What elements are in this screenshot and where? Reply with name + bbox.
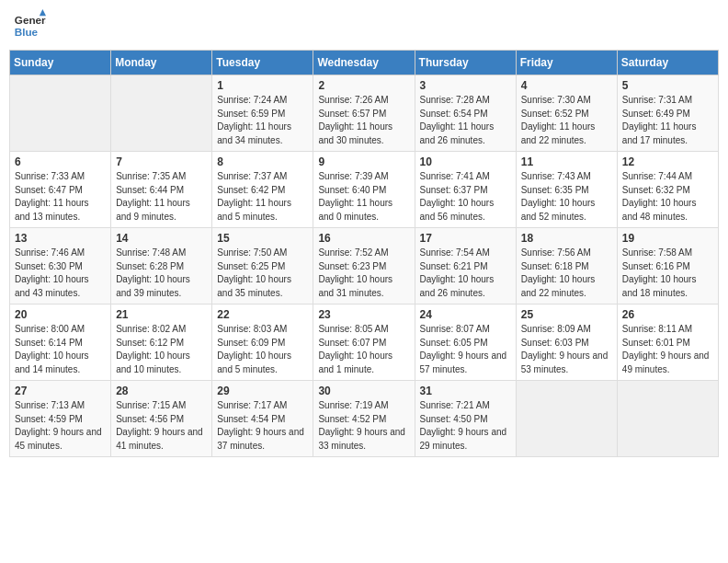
day-info: Sunrise: 7:50 AM Sunset: 6:25 PM Dayligh… bbox=[217, 247, 308, 300]
day-number: 12 bbox=[622, 155, 713, 168]
day-number: 23 bbox=[318, 308, 409, 321]
svg-text:Blue: Blue bbox=[15, 26, 39, 38]
day-info: Sunrise: 7:24 AM Sunset: 6:59 PM Dayligh… bbox=[217, 94, 308, 147]
calendar-cell: 11Sunrise: 7:43 AM Sunset: 6:35 PM Dayli… bbox=[516, 152, 617, 228]
calendar-cell: 12Sunrise: 7:44 AM Sunset: 6:32 PM Dayli… bbox=[617, 152, 718, 228]
day-info: Sunrise: 7:43 AM Sunset: 6:35 PM Dayligh… bbox=[521, 170, 612, 224]
day-info: Sunrise: 8:00 AM Sunset: 6:14 PM Dayligh… bbox=[15, 323, 106, 376]
calendar-cell: 31Sunrise: 7:21 AM Sunset: 4:50 PM Dayli… bbox=[415, 381, 516, 457]
day-number: 7 bbox=[116, 155, 207, 168]
calendar-cell: 19Sunrise: 7:58 AM Sunset: 6:16 PM Dayli… bbox=[617, 228, 718, 304]
day-number: 25 bbox=[521, 308, 612, 321]
day-number: 21 bbox=[116, 308, 207, 321]
day-number: 28 bbox=[116, 385, 207, 397]
day-number: 16 bbox=[318, 232, 409, 245]
page-header: General Blue bbox=[9, 9, 719, 42]
day-info: Sunrise: 7:56 AM Sunset: 6:18 PM Dayligh… bbox=[521, 247, 612, 300]
day-info: Sunrise: 7:21 AM Sunset: 4:50 PM Dayligh… bbox=[420, 399, 511, 453]
day-info: Sunrise: 7:28 AM Sunset: 6:54 PM Dayligh… bbox=[420, 94, 511, 147]
day-info: Sunrise: 8:03 AM Sunset: 6:09 PM Dayligh… bbox=[217, 323, 308, 376]
day-header-thursday: Thursday bbox=[415, 51, 516, 75]
day-number: 17 bbox=[420, 232, 511, 245]
calendar-cell: 18Sunrise: 7:56 AM Sunset: 6:18 PM Dayli… bbox=[516, 228, 617, 304]
calendar-cell: 1Sunrise: 7:24 AM Sunset: 6:59 PM Daylig… bbox=[212, 75, 313, 152]
day-header-sunday: Sunday bbox=[10, 51, 111, 75]
calendar-cell bbox=[516, 381, 617, 457]
calendar-cell: 27Sunrise: 7:13 AM Sunset: 4:59 PM Dayli… bbox=[10, 381, 111, 457]
day-info: Sunrise: 7:44 AM Sunset: 6:32 PM Dayligh… bbox=[622, 170, 713, 224]
svg-marker-2 bbox=[40, 9, 46, 16]
day-number: 3 bbox=[420, 79, 511, 92]
calendar-cell: 28Sunrise: 7:15 AM Sunset: 4:56 PM Dayli… bbox=[111, 381, 212, 457]
calendar-cell: 2Sunrise: 7:26 AM Sunset: 6:57 PM Daylig… bbox=[313, 75, 415, 152]
day-info: Sunrise: 7:31 AM Sunset: 6:49 PM Dayligh… bbox=[622, 94, 713, 147]
day-info: Sunrise: 7:54 AM Sunset: 6:21 PM Dayligh… bbox=[420, 247, 511, 300]
calendar-cell: 30Sunrise: 7:19 AM Sunset: 4:52 PM Dayli… bbox=[313, 381, 415, 457]
day-info: Sunrise: 7:46 AM Sunset: 6:30 PM Dayligh… bbox=[15, 247, 106, 300]
calendar-cell: 14Sunrise: 7:48 AM Sunset: 6:28 PM Dayli… bbox=[111, 228, 212, 304]
calendar-cell: 10Sunrise: 7:41 AM Sunset: 6:37 PM Dayli… bbox=[415, 152, 516, 228]
day-header-saturday: Saturday bbox=[617, 51, 718, 75]
calendar-cell bbox=[617, 381, 718, 457]
day-info: Sunrise: 7:37 AM Sunset: 6:42 PM Dayligh… bbox=[217, 170, 308, 224]
day-number: 9 bbox=[318, 155, 409, 168]
day-number: 13 bbox=[15, 232, 106, 245]
day-number: 27 bbox=[15, 385, 106, 397]
day-number: 18 bbox=[521, 232, 612, 245]
calendar-cell: 9Sunrise: 7:39 AM Sunset: 6:40 PM Daylig… bbox=[313, 152, 415, 228]
day-info: Sunrise: 8:11 AM Sunset: 6:01 PM Dayligh… bbox=[622, 323, 713, 376]
logo: General Blue bbox=[13, 9, 46, 42]
calendar-cell: 15Sunrise: 7:50 AM Sunset: 6:25 PM Dayli… bbox=[212, 228, 313, 304]
day-number: 20 bbox=[15, 308, 106, 321]
calendar-cell: 20Sunrise: 8:00 AM Sunset: 6:14 PM Dayli… bbox=[10, 304, 111, 381]
calendar-cell: 13Sunrise: 7:46 AM Sunset: 6:30 PM Dayli… bbox=[10, 228, 111, 304]
calendar-cell: 17Sunrise: 7:54 AM Sunset: 6:21 PM Dayli… bbox=[415, 228, 516, 304]
day-number: 19 bbox=[622, 232, 713, 245]
day-header-tuesday: Tuesday bbox=[212, 51, 313, 75]
calendar-cell bbox=[111, 75, 212, 152]
day-number: 30 bbox=[318, 385, 409, 397]
day-number: 8 bbox=[217, 155, 308, 168]
logo-icon: General Blue bbox=[13, 9, 46, 42]
calendar-cell bbox=[10, 75, 111, 152]
day-header-friday: Friday bbox=[516, 51, 617, 75]
calendar-cell: 22Sunrise: 8:03 AM Sunset: 6:09 PM Dayli… bbox=[212, 304, 313, 381]
day-info: Sunrise: 7:17 AM Sunset: 4:54 PM Dayligh… bbox=[217, 399, 308, 453]
day-number: 26 bbox=[622, 308, 713, 321]
day-number: 24 bbox=[420, 308, 511, 321]
day-number: 15 bbox=[217, 232, 308, 245]
day-info: Sunrise: 8:07 AM Sunset: 6:05 PM Dayligh… bbox=[420, 323, 511, 376]
calendar-cell: 26Sunrise: 8:11 AM Sunset: 6:01 PM Dayli… bbox=[617, 304, 718, 381]
calendar-cell: 24Sunrise: 8:07 AM Sunset: 6:05 PM Dayli… bbox=[415, 304, 516, 381]
day-info: Sunrise: 7:58 AM Sunset: 6:16 PM Dayligh… bbox=[622, 247, 713, 300]
calendar-cell: 8Sunrise: 7:37 AM Sunset: 6:42 PM Daylig… bbox=[212, 152, 313, 228]
calendar-cell: 7Sunrise: 7:35 AM Sunset: 6:44 PM Daylig… bbox=[111, 152, 212, 228]
calendar-cell: 25Sunrise: 8:09 AM Sunset: 6:03 PM Dayli… bbox=[516, 304, 617, 381]
calendar-cell: 4Sunrise: 7:30 AM Sunset: 6:52 PM Daylig… bbox=[516, 75, 617, 152]
day-info: Sunrise: 8:09 AM Sunset: 6:03 PM Dayligh… bbox=[521, 323, 612, 376]
day-number: 10 bbox=[420, 155, 511, 168]
day-info: Sunrise: 7:41 AM Sunset: 6:37 PM Dayligh… bbox=[420, 170, 511, 224]
calendar-cell: 21Sunrise: 8:02 AM Sunset: 6:12 PM Dayli… bbox=[111, 304, 212, 381]
day-info: Sunrise: 7:33 AM Sunset: 6:47 PM Dayligh… bbox=[15, 170, 106, 224]
day-info: Sunrise: 7:26 AM Sunset: 6:57 PM Dayligh… bbox=[318, 94, 409, 147]
day-info: Sunrise: 8:05 AM Sunset: 6:07 PM Dayligh… bbox=[318, 323, 409, 376]
day-number: 14 bbox=[116, 232, 207, 245]
calendar-cell: 16Sunrise: 7:52 AM Sunset: 6:23 PM Dayli… bbox=[313, 228, 415, 304]
calendar-table: SundayMondayTuesdayWednesdayThursdayFrid… bbox=[9, 50, 719, 457]
day-number: 31 bbox=[420, 385, 511, 397]
day-info: Sunrise: 7:13 AM Sunset: 4:59 PM Dayligh… bbox=[15, 399, 106, 453]
calendar-cell: 29Sunrise: 7:17 AM Sunset: 4:54 PM Dayli… bbox=[212, 381, 313, 457]
day-header-monday: Monday bbox=[111, 51, 212, 75]
day-info: Sunrise: 7:35 AM Sunset: 6:44 PM Dayligh… bbox=[116, 170, 207, 224]
day-info: Sunrise: 7:19 AM Sunset: 4:52 PM Dayligh… bbox=[318, 399, 409, 453]
day-number: 5 bbox=[622, 79, 713, 92]
day-info: Sunrise: 8:02 AM Sunset: 6:12 PM Dayligh… bbox=[116, 323, 207, 376]
calendar-cell: 5Sunrise: 7:31 AM Sunset: 6:49 PM Daylig… bbox=[617, 75, 718, 152]
day-number: 22 bbox=[217, 308, 308, 321]
day-number: 1 bbox=[217, 79, 308, 92]
day-number: 2 bbox=[318, 79, 409, 92]
day-info: Sunrise: 7:39 AM Sunset: 6:40 PM Dayligh… bbox=[318, 170, 409, 224]
day-info: Sunrise: 7:30 AM Sunset: 6:52 PM Dayligh… bbox=[521, 94, 612, 147]
day-info: Sunrise: 7:52 AM Sunset: 6:23 PM Dayligh… bbox=[318, 247, 409, 300]
